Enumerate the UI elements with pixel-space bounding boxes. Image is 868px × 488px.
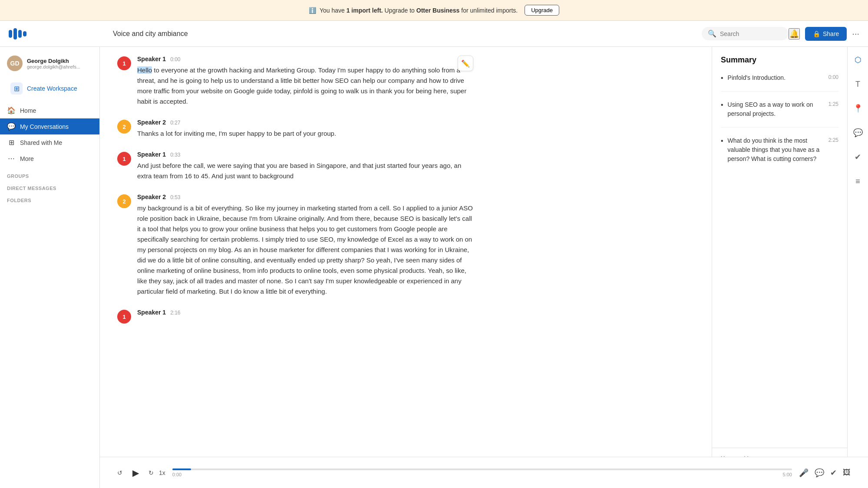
transcript-area: ✏️ 1 Speaker 1 0:00 Hello to everyone at… <box>100 47 712 488</box>
sidebar-nav: 🏠 Home 💬 My Conversations ⊞ Shared with … <box>0 101 99 168</box>
speaker-name: Speaker 1 <box>137 309 166 316</box>
sidebar-item-label: Home <box>20 107 36 114</box>
summary-item-time: 0:00 <box>828 74 838 80</box>
comment-tool-icon[interactable]: 💬 <box>850 125 866 141</box>
summary-item-text: What do you think is the most valuable t… <box>728 136 824 164</box>
speaker-name: Speaker 2 <box>137 193 166 200</box>
speaker-2-avatar: 2 <box>117 120 131 134</box>
sidebar-item-more[interactable]: ⋯ More <box>0 151 99 167</box>
sidebar-item-label: Shared with Me <box>20 139 62 146</box>
message-timestamp: 0:00 <box>170 56 180 62</box>
message-block: 1 Speaker 1 0:00 Hello to everyone at th… <box>117 56 473 107</box>
message-block: 1 Speaker 1 0:33 And just before the cal… <box>117 151 473 181</box>
home-icon: 🏠 <box>7 106 16 115</box>
conversation-title: Voice and city ambiance <box>104 30 702 38</box>
speaker-name: Speaker 2 <box>137 119 166 126</box>
current-time: 0:00 <box>172 472 182 477</box>
workspace-icon: ⊞ <box>10 82 23 95</box>
summary-tool-icon[interactable]: ⬡ <box>850 52 866 68</box>
upgrade-button[interactable]: Upgrade <box>525 5 559 16</box>
rewind-button[interactable]: ↺ <box>117 469 122 476</box>
time-labels: 0:00 5:00 <box>172 472 712 477</box>
sidebar-item-label: My Conversations <box>20 123 69 130</box>
speaker-name: Speaker 1 <box>137 151 166 158</box>
speaker-1-avatar: 1 <box>117 310 131 324</box>
message-header: Speaker 1 0:00 <box>137 56 473 62</box>
message-text: Thanks a lot for inviting me, I'm super … <box>137 128 473 139</box>
list-tool-icon[interactable]: ≡ <box>850 174 866 189</box>
groups-section-label: GROUPS <box>0 168 99 180</box>
search-bar[interactable]: 🔍 <box>702 27 789 40</box>
summary-title: Summary <box>721 56 838 65</box>
summary-item-time: 1:25 <box>828 101 838 107</box>
message-text: And just before the call, we were saying… <box>137 160 473 181</box>
user-info: George Dolgikh george.dolgikh@ahrefs... <box>27 58 80 69</box>
user-email: george.dolgikh@ahrefs... <box>27 64 80 69</box>
summary-item: • Pinfold's Introduction. 0:00 <box>721 73 838 92</box>
sidebar-item-home[interactable]: 🏠 Home <box>0 102 99 118</box>
progress-bar[interactable]: 0:00 5:00 <box>172 468 712 477</box>
message-header: Speaker 2 0:53 <box>137 193 473 200</box>
speaker-1-avatar: 1 <box>117 56 131 70</box>
user-name: George Dolgikh <box>27 58 80 64</box>
sidebar-item-shared-with-me[interactable]: ⊞ Shared with Me <box>0 134 99 151</box>
search-input[interactable] <box>720 30 781 37</box>
bullet-icon: • <box>721 101 723 109</box>
message-header: Speaker 1 2:16 <box>137 309 473 316</box>
message-block: 1 Speaker 1 2:16 <box>117 309 473 324</box>
direct-messages-section-label: DIRECT MESSAGES <box>0 180 99 193</box>
play-button[interactable]: ▶ <box>128 465 143 481</box>
more-options-button[interactable]: ··· <box>852 29 859 39</box>
message-timestamp: 0:53 <box>170 194 180 200</box>
message-timestamp: 0:27 <box>170 120 180 126</box>
highlighted-text: Hello <box>137 66 152 74</box>
sidebar-item-my-conversations[interactable]: 💬 My Conversations <box>0 118 99 134</box>
bullet-icon: • <box>721 137 723 145</box>
sidebar: GD George Dolgikh george.dolgikh@ahrefs.… <box>0 47 100 488</box>
logo-icon <box>9 28 26 39</box>
notifications-button[interactable]: 🔔 <box>789 28 800 39</box>
speed-button[interactable]: 1x <box>159 469 165 476</box>
more-icon: ⋯ <box>7 154 16 163</box>
pin-tool-icon[interactable]: 📍 <box>850 101 866 116</box>
sidebar-item-label: More <box>20 155 34 162</box>
message-content: Speaker 1 2:16 <box>137 309 473 324</box>
message-content: Speaker 1 0:00 Hello to everyone at the … <box>137 56 473 107</box>
summary-item: • What do you think is the most valuable… <box>721 136 838 172</box>
search-icon: 🔍 <box>708 29 716 38</box>
create-workspace-button[interactable]: ⊞ Create Workspace <box>3 78 96 99</box>
message-text: Hello to everyone at the growth hacking … <box>137 65 473 107</box>
header-actions: 🔔 🔒 Share ··· <box>789 27 859 41</box>
avatar: GD <box>7 56 23 71</box>
message-block: 2 Speaker 2 0:27 Thanks a lot for inviti… <box>117 119 473 139</box>
edit-button[interactable]: ✏️ <box>458 56 473 71</box>
conversations-icon: 💬 <box>7 122 16 131</box>
text-tool-icon[interactable]: T <box>850 76 866 92</box>
info-icon: ℹ️ <box>309 7 316 14</box>
banner-text: You have 1 import left. Upgrade to Otter… <box>320 7 518 14</box>
user-profile: GD George Dolgikh george.dolgikh@ahrefs.… <box>0 52 99 76</box>
forward-button[interactable]: ↻ <box>149 469 154 476</box>
summary-panel: Summary • Pinfold's Introduction. 0:00 •… <box>712 47 868 488</box>
folders-section-label: FOLDERS <box>0 193 99 205</box>
summary-item: • Using SEO as a way to work on personal… <box>721 100 838 128</box>
main-layout: GD George Dolgikh george.dolgikh@ahrefs.… <box>0 47 868 488</box>
progress-fill <box>172 468 191 470</box>
message-header: Speaker 1 0:33 <box>137 151 473 158</box>
import-banner: ℹ️ You have 1 import left. Upgrade to Ot… <box>0 0 868 21</box>
message-header: Speaker 2 0:27 <box>137 119 473 126</box>
summary-item-time: 2:25 <box>828 137 838 143</box>
transcript-wrapper: ✏️ 1 Speaker 1 0:00 Hello to everyone at… <box>100 47 491 388</box>
message-content: Speaker 2 0:53 my background is a bit of… <box>137 193 473 297</box>
check-tool-icon[interactable]: ✔ <box>850 149 866 165</box>
player-controls: ↺ ▶ ↻ 1x <box>117 465 165 481</box>
summary-toolbar: ⬡ T 📍 💬 ✔ ≡ <box>847 47 868 488</box>
lock-icon: 🔒 <box>813 30 820 37</box>
message-timestamp: 2:16 <box>170 310 180 316</box>
message-content: Speaker 1 0:33 And just before the call,… <box>137 151 473 181</box>
share-button[interactable]: 🔒 Share <box>805 27 847 41</box>
message-block: 2 Speaker 2 0:53 my background is a bit … <box>117 193 473 297</box>
audio-player: ↺ ▶ ↻ 1x 0:00 5:00 🎤 💬 ✔ 🖼 <box>100 457 712 488</box>
app-logo <box>9 28 104 39</box>
speaker-1-avatar: 1 <box>117 152 131 166</box>
